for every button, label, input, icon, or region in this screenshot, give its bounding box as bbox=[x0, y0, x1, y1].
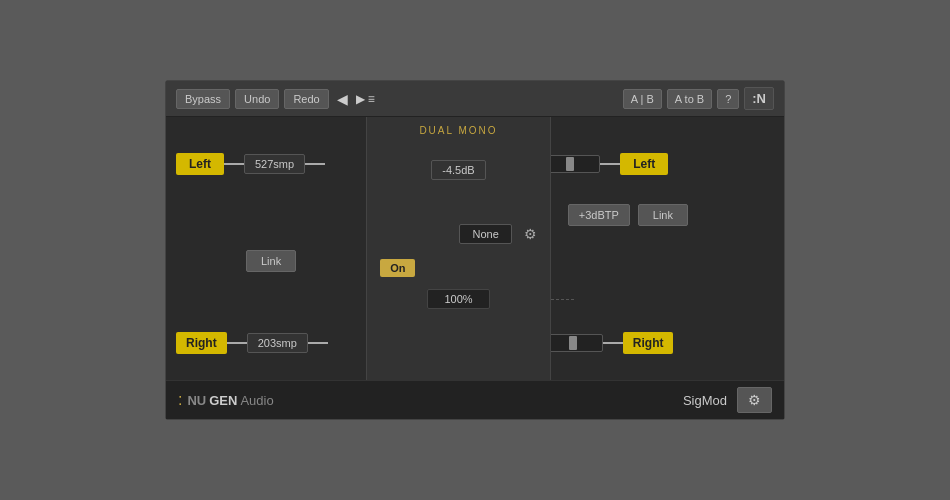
footer-dot: : bbox=[178, 391, 182, 409]
main-content: DUAL MONO On None ⚙ 100% Left 527smp bbox=[166, 117, 784, 380]
signal-line-4 bbox=[600, 163, 620, 165]
gain-overlay: -4.5dB bbox=[366, 160, 551, 180]
play-back-icon[interactable]: ◀ bbox=[337, 91, 348, 107]
nugen-logo-button[interactable]: :N bbox=[744, 87, 774, 110]
toolbar: Bypass Undo Redo ◀ ▶ ≡ A | B A to B ? :N bbox=[166, 81, 784, 117]
right-input-button[interactable]: Right bbox=[176, 332, 227, 354]
bypass-button[interactable]: Bypass bbox=[176, 89, 230, 109]
right-output-button[interactable]: Right bbox=[623, 332, 674, 354]
dual-mono-percent: 100% bbox=[427, 289, 489, 309]
play-forward-icon[interactable]: ▶ bbox=[356, 92, 365, 106]
footer-logo: : NU GEN Audio bbox=[178, 391, 274, 409]
left-link-button[interactable]: Link bbox=[246, 250, 296, 272]
signal-line-8 bbox=[603, 342, 623, 344]
signal-line-1 bbox=[224, 163, 244, 165]
footer-sigmod: SigMod bbox=[683, 393, 727, 408]
plugin-window: Bypass Undo Redo ◀ ▶ ≡ A | B A to B ? :N… bbox=[165, 80, 785, 420]
atob-button[interactable]: A to B bbox=[667, 89, 712, 109]
right-link-button[interactable]: Link bbox=[638, 204, 688, 226]
left-output-button[interactable]: Left bbox=[620, 153, 668, 175]
signal-line-6 bbox=[308, 342, 328, 344]
dbtp-button[interactable]: +3dBTP bbox=[568, 204, 630, 226]
left-delay-box[interactable]: 527smp bbox=[244, 154, 305, 174]
footer-gen: GEN bbox=[209, 393, 237, 408]
toolbar-right: A | B A to B ? :N bbox=[623, 87, 774, 110]
help-button[interactable]: ? bbox=[717, 89, 739, 109]
footer-gear-button[interactable]: ⚙ bbox=[737, 387, 772, 413]
left-input-button[interactable]: Left bbox=[176, 153, 224, 175]
right-fader-thumb bbox=[569, 336, 577, 350]
dual-mono-on-button[interactable]: On bbox=[380, 259, 415, 277]
left-gain-box[interactable]: -4.5dB bbox=[431, 160, 485, 180]
list-icon[interactable]: ≡ bbox=[368, 92, 375, 106]
redo-button[interactable]: Redo bbox=[284, 89, 328, 109]
footer-nu: NU bbox=[187, 393, 206, 408]
signal-line-5 bbox=[227, 342, 247, 344]
signal-line-2 bbox=[305, 163, 325, 165]
undo-button[interactable]: Undo bbox=[235, 89, 279, 109]
ab-button[interactable]: A | B bbox=[623, 89, 662, 109]
dual-mono-panel: DUAL MONO On None ⚙ 100% bbox=[366, 117, 551, 380]
right-delay-box[interactable]: 203smp bbox=[247, 333, 308, 353]
footer-right: SigMod ⚙ bbox=[683, 387, 772, 413]
dual-mono-none-button[interactable]: None bbox=[459, 224, 511, 244]
footer-audio: Audio bbox=[240, 393, 273, 408]
dual-mono-title: DUAL MONO bbox=[419, 117, 497, 140]
footer: : NU GEN Audio SigMod ⚙ bbox=[166, 380, 784, 419]
dual-mono-gear-icon[interactable]: ⚙ bbox=[524, 226, 537, 242]
left-fader-thumb bbox=[566, 157, 574, 171]
